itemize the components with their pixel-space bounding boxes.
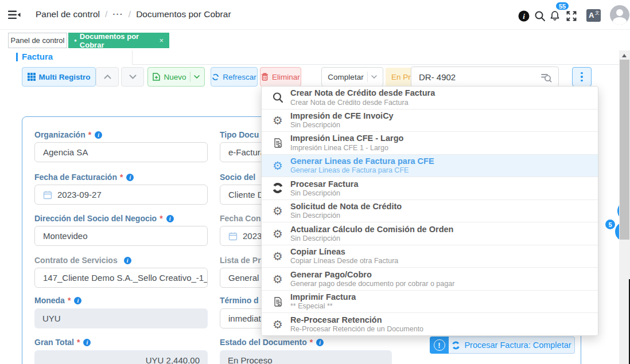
document-check-icon [269,296,287,308]
active-dot: ● [74,38,77,43]
grid-icon [28,73,36,81]
chevron-up-icon [104,75,111,79]
process-icon [452,341,460,350]
previous-record-button[interactable] [96,67,119,87]
doc-action-select[interactable]: Completar [321,67,383,87]
actions-dropdown-menu: Crear Nota de Crédito desde FacturaCrear… [261,86,598,336]
breadcrumb-root[interactable]: Panel de control [36,9,100,19]
refresh-button[interactable]: Refrescar [211,67,258,87]
field-label-moneda: Moneda*i [34,296,81,307]
gear-icon: ⚙︎ [269,273,287,285]
scrollbar-thumb[interactable] [620,60,629,240]
record-search-box [411,66,559,87]
gear-icon: ⚙︎ [269,251,287,262]
info-icon: i [316,339,324,346]
refresh-icon [212,73,219,81]
field-label-socio-negocio: Socio del [220,173,255,184]
info-icon: i [95,131,102,139]
close-tab-icon[interactable]: × [159,36,164,45]
info-icon: i [124,257,131,264]
organizacion-field[interactable]: Agencia SA [34,142,208,162]
fecha-facturacion-field[interactable]: 2023-09-27 [34,185,208,205]
field-label-lista-precios: Lista de Pr [220,256,261,267]
multi-record-button[interactable]: Multi Registro [22,67,96,87]
process-document-button[interactable]: Procesar Factura: Completar [449,336,575,354]
bell-icon[interactable] [549,10,561,22]
chevron-down-icon [371,75,377,79]
field-label-fecha-facturacion: Fecha de Facturación*i [34,173,134,184]
document-check-icon [269,137,287,149]
contrato-servicios-field[interactable]: 147_Cliente Demo S.A._Sello Creativo_-1_… [34,268,208,288]
menu-item[interactable]: ⚙︎ Copiar LíneasCopiar Líneas Desde otra… [262,245,598,268]
menu-item[interactable]: ⚙︎ Impresión de CFE InvoiCySin Descripci… [262,109,598,132]
estado-documento-field: En Proceso [220,350,392,364]
field-label-estado-documento: Estado del Documento*i [220,338,324,349]
new-file-icon [153,73,160,81]
app-window: Panel de control/···/Documentos por Cobr… [0,0,630,364]
active-tab-indicator [16,53,18,61]
next-record-button[interactable] [121,67,144,87]
chevron-down-icon [194,75,200,79]
field-label-organizacion: Organización*i [34,130,102,142]
info-icon: i [166,215,174,222]
gear-icon: ⚙︎ [269,160,287,171]
moneda-field: UYU [34,308,208,328]
field-label-fecha-contable: Fecha Con [220,214,261,225]
field-label-gran-total: Gran Total*i [34,338,91,349]
info-icon: i [74,297,81,304]
breadcrumb-current[interactable]: Documentos por Cobrar [136,9,231,19]
field-label-direccion-socio: Dirección del Socio del Negocio*i [34,214,174,225]
fullscreen-icon[interactable] [565,10,578,22]
search-icon [269,92,287,104]
info-icon[interactable]: i [518,10,530,22]
trash-icon [261,73,269,81]
gear-icon: ⚙︎ [269,228,287,240]
gear-icon: ⚙︎ [269,205,287,217]
avatar[interactable] [610,5,629,25]
gran-total-field: UYU 2,440.00 [34,350,208,364]
count-badge: 5 [604,218,616,230]
kebab-menu-icon[interactable] [572,67,592,87]
alert-icon: ! [430,336,449,354]
divider [132,64,619,65]
scroll-up-arrow[interactable] [622,54,627,57]
tab-label: Panel de control [11,36,65,45]
advanced-search-icon[interactable] [540,71,553,86]
menu-item[interactable]: Imprimir Factura** Especial ** [262,291,598,314]
tab-panel-de-control[interactable]: Panel de control [8,33,67,48]
menu-item[interactable]: Impresión Linea CFE - LargoImpresión Lin… [262,132,598,155]
delete-button[interactable]: Eliminar [260,67,301,87]
new-button[interactable]: Nuevo [147,67,205,87]
translate-icon[interactable]: A文 [586,9,601,22]
field-label-tipo-documento: Tipo Docu [220,130,259,142]
gear-icon: ⚙︎ [269,115,287,126]
breadcrumb-ellipsis[interactable]: ··· [112,9,123,19]
direccion-socio-field[interactable]: Montevideo [34,226,208,246]
menu-toggle-icon[interactable] [8,9,21,21]
chevron-down-icon [129,75,137,79]
field-label-contrato-servicios: Contrato de Serviciosi [34,256,131,267]
menu-item[interactable]: ⚙︎ Actualizar Cálculo de Comisión de Ord… [262,222,598,245]
gear-icon: ⚙︎ [269,319,287,330]
search-icon[interactable] [534,10,546,22]
breadcrumb-separator: / [129,9,131,19]
menu-item[interactable]: Crear Nota de Crédito desde FacturaCrear… [262,87,598,109]
calendar-icon [228,232,238,241]
menu-item[interactable]: ⚙︎ Solicitud de Nota de CréditoSin Descr… [262,200,598,223]
breadcrumb-separator: / [105,9,107,19]
calendar-icon [43,190,52,199]
info-icon: i [126,174,134,181]
tab-documentos-por-cobrar[interactable]: ● Documentos por Cobrar × [68,33,169,48]
menu-item[interactable]: ⚙︎ Re-Procesar RetenciónRe-Procesar Rete… [262,313,598,335]
search-input[interactable] [419,67,528,87]
top-header: Panel de control/···/Documentos por Cobr… [0,0,630,30]
menu-item[interactable]: Procesar FacturaSin Descripción [262,177,598,200]
tab-label: Documentos por Cobrar [80,32,160,49]
menu-item[interactable]: ⚙︎ Generar Pago/CobroGenerar pago desde … [262,268,598,291]
field-label-termino-pago: Término d [220,296,259,307]
tab-factura[interactable]: Factura [22,52,53,61]
divider [132,50,133,65]
menu-item-highlighted[interactable]: ⚙︎ Generar Lineas de Factura para CFEGen… [262,155,598,178]
svg-text:i: i [523,12,525,21]
info-icon: i [83,339,91,346]
